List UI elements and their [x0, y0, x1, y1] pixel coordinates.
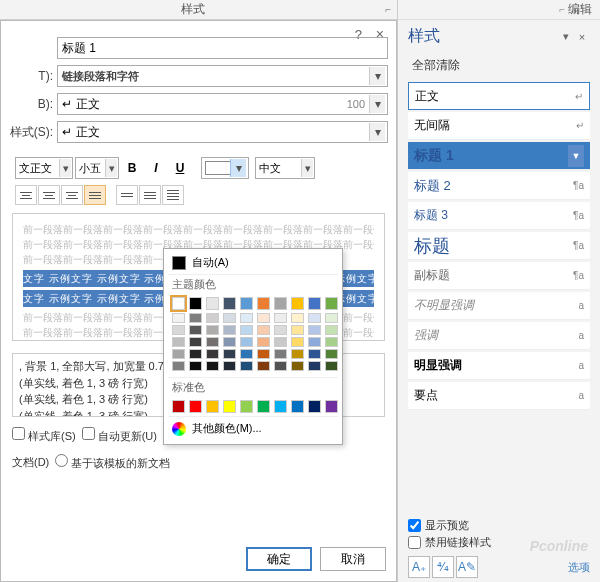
align-left-button[interactable]: [15, 185, 37, 205]
align-center-button[interactable]: [38, 185, 60, 205]
scope-doc-radio[interactable]: 文档(D): [12, 455, 49, 470]
automatic-color-row[interactable]: 自动(A): [168, 253, 338, 272]
theme-shade-swatch[interactable]: [257, 337, 270, 347]
theme-shade-swatch[interactable]: [257, 361, 270, 371]
theme-shade-swatch[interactable]: [189, 337, 202, 347]
auto-update-checkbox[interactable]: 自动更新(U): [82, 427, 157, 444]
style-list-item[interactable]: 明显强调a: [408, 352, 590, 380]
line-spacing-2-button[interactable]: [139, 185, 161, 205]
theme-shade-swatch[interactable]: [172, 349, 185, 359]
theme-color-swatch[interactable]: [257, 297, 270, 310]
style-list-item[interactable]: 无间隔↵: [408, 112, 590, 140]
theme-shade-swatch[interactable]: [189, 361, 202, 371]
theme-shade-swatch[interactable]: [325, 349, 338, 359]
theme-shade-swatch[interactable]: [240, 313, 253, 323]
line-spacing-3-button[interactable]: [162, 185, 184, 205]
dialog-launcher-icon[interactable]: ⌐: [385, 4, 391, 15]
standard-color-swatch[interactable]: [308, 400, 321, 413]
theme-shade-swatch[interactable]: [223, 361, 236, 371]
scope-template-radio[interactable]: 基于该模板的新文档: [55, 454, 170, 471]
theme-shade-swatch[interactable]: [325, 337, 338, 347]
theme-shade-swatch[interactable]: [223, 313, 236, 323]
standard-color-swatch[interactable]: [240, 400, 253, 413]
style-item-dropdown-icon[interactable]: ▼: [568, 145, 584, 167]
theme-shade-swatch[interactable]: [325, 313, 338, 323]
align-justify-button[interactable]: [84, 185, 106, 205]
theme-color-swatch[interactable]: [325, 297, 338, 310]
theme-shade-swatch[interactable]: [308, 337, 321, 347]
show-preview-checkbox[interactable]: 显示预览: [408, 518, 590, 533]
theme-shade-swatch[interactable]: [189, 325, 202, 335]
theme-shade-swatch[interactable]: [240, 349, 253, 359]
theme-shade-swatch[interactable]: [206, 361, 219, 371]
disable-linked-checkbox[interactable]: 禁用链接样式: [408, 535, 590, 550]
theme-color-swatch[interactable]: [172, 297, 185, 310]
theme-shade-swatch[interactable]: [291, 313, 304, 323]
theme-shade-swatch[interactable]: [257, 349, 270, 359]
theme-shade-swatch[interactable]: [240, 337, 253, 347]
based-on-combo[interactable]: ↵正文 100 ▾: [57, 93, 388, 115]
theme-color-swatch[interactable]: [274, 297, 287, 310]
theme-shade-swatch[interactable]: [308, 349, 321, 359]
style-name-input[interactable]: [57, 37, 388, 59]
theme-shade-swatch[interactable]: [325, 325, 338, 335]
theme-shade-swatch[interactable]: [325, 361, 338, 371]
theme-shade-swatch[interactable]: [189, 349, 202, 359]
standard-color-swatch[interactable]: [223, 400, 236, 413]
theme-shade-swatch[interactable]: [206, 313, 219, 323]
theme-shade-swatch[interactable]: [206, 349, 219, 359]
size-combo[interactable]: 小五▾: [75, 157, 119, 179]
style-list-item[interactable]: 副标题¶a: [408, 262, 590, 290]
standard-color-swatch[interactable]: [291, 400, 304, 413]
theme-shade-swatch[interactable]: [308, 325, 321, 335]
standard-color-swatch[interactable]: [274, 400, 287, 413]
theme-shade-swatch[interactable]: [291, 325, 304, 335]
style-list-item[interactable]: 标题 1▼: [408, 142, 590, 170]
theme-shade-swatch[interactable]: [172, 337, 185, 347]
standard-color-swatch[interactable]: [325, 400, 338, 413]
theme-shade-swatch[interactable]: [257, 313, 270, 323]
lang-combo[interactable]: 中文▾: [255, 157, 315, 179]
style-type-combo[interactable]: 链接段落和字符 ▾: [57, 65, 388, 87]
theme-shade-swatch[interactable]: [274, 361, 287, 371]
underline-button[interactable]: U: [169, 157, 191, 179]
standard-color-swatch[interactable]: [172, 400, 185, 413]
style-list-item[interactable]: 标题 2¶a: [408, 172, 590, 200]
theme-shade-swatch[interactable]: [206, 337, 219, 347]
theme-shade-swatch[interactable]: [172, 325, 185, 335]
align-right-button[interactable]: [61, 185, 83, 205]
theme-color-swatch[interactable]: [240, 297, 253, 310]
style-list-item[interactable]: 不明显强调a: [408, 292, 590, 320]
options-link[interactable]: 选项: [568, 560, 590, 575]
clear-all-link[interactable]: 全部清除: [398, 53, 600, 78]
ok-button[interactable]: 确定: [246, 547, 312, 571]
theme-shade-swatch[interactable]: [291, 361, 304, 371]
close-icon[interactable]: ×: [376, 26, 384, 42]
theme-color-swatch[interactable]: [206, 297, 219, 310]
theme-color-swatch[interactable]: [189, 297, 202, 310]
theme-shade-swatch[interactable]: [223, 325, 236, 335]
theme-color-swatch[interactable]: [308, 297, 321, 310]
theme-shade-swatch[interactable]: [308, 361, 321, 371]
theme-shade-swatch[interactable]: [291, 349, 304, 359]
theme-color-swatch[interactable]: [291, 297, 304, 310]
style-list-item[interactable]: 正文↵: [408, 82, 590, 110]
help-icon[interactable]: ?: [355, 27, 362, 42]
panel-close-icon[interactable]: ×: [574, 31, 590, 43]
new-style-button[interactable]: A₊: [408, 556, 430, 578]
cancel-button[interactable]: 取消: [320, 547, 386, 571]
line-spacing-1-button[interactable]: [116, 185, 138, 205]
theme-shade-swatch[interactable]: [223, 337, 236, 347]
bold-button[interactable]: B: [121, 157, 143, 179]
theme-shade-swatch[interactable]: [291, 337, 304, 347]
style-list-item[interactable]: 标题¶a: [408, 232, 590, 260]
theme-shade-swatch[interactable]: [308, 313, 321, 323]
theme-shade-swatch[interactable]: [274, 313, 287, 323]
add-to-stylelist-checkbox[interactable]: 样式库(S): [12, 427, 76, 444]
style-list-item[interactable]: 要点a: [408, 382, 590, 410]
standard-color-swatch[interactable]: [257, 400, 270, 413]
theme-shade-swatch[interactable]: [274, 337, 287, 347]
launcher-icon[interactable]: ⌐: [559, 4, 565, 15]
more-colors-row[interactable]: 其他颜色(M)...: [168, 416, 338, 440]
theme-shade-swatch[interactable]: [240, 361, 253, 371]
